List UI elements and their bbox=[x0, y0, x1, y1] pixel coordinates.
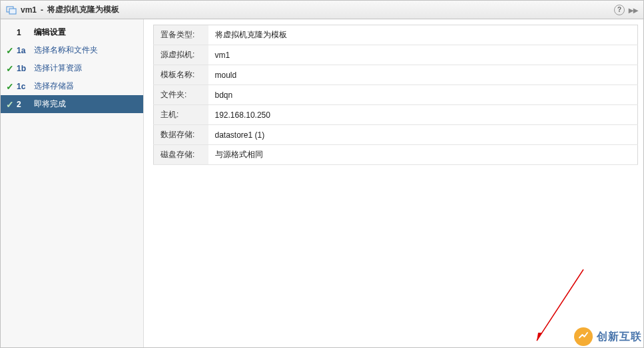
summary-key: 模板名称: bbox=[154, 65, 208, 85]
check-icon: ✓ bbox=[6, 99, 14, 110]
step-number: 1 bbox=[17, 28, 30, 37]
svg-marker-3 bbox=[537, 333, 542, 341]
summary-value: bdqn bbox=[208, 85, 638, 105]
summary-key: 源虚拟机: bbox=[154, 45, 208, 65]
table-row: 置备类型: 将虚拟机克隆为模板 bbox=[154, 25, 638, 45]
step-number: 1b bbox=[17, 64, 30, 73]
svg-rect-1 bbox=[9, 9, 16, 14]
title-action: 将虚拟机克隆为模板 bbox=[47, 4, 119, 15]
step-compute-resource[interactable]: ✓ 1b 选择计算资源 bbox=[1, 59, 143, 77]
table-row: 数据存储: datastore1 (1) bbox=[154, 125, 638, 145]
step-parent-edit-settings[interactable]: 1 编辑设置 bbox=[1, 23, 143, 41]
check-icon: ✓ bbox=[6, 81, 14, 92]
summary-table: 置备类型: 将虚拟机克隆为模板 源虚拟机: vm1 模板名称: mould 文件… bbox=[153, 25, 638, 165]
help-icon[interactable]: ? bbox=[614, 5, 625, 15]
step-number: 1a bbox=[17, 46, 30, 55]
svg-line-2 bbox=[537, 269, 583, 341]
wizard-dialog: vm1 - 将虚拟机克隆为模板 ? ▸▸ 1 编辑设置 ✓ 1a 选择名称和文件… bbox=[0, 0, 644, 348]
summary-key: 主机: bbox=[154, 105, 208, 125]
wizard-content: 置备类型: 将虚拟机克隆为模板 源虚拟机: vm1 模板名称: mould 文件… bbox=[144, 19, 643, 347]
wizard-sidebar: 1 编辑设置 ✓ 1a 选择名称和文件夹 ✓ 1b 选择计算资源 ✓ 1c 选择… bbox=[1, 19, 144, 347]
summary-key: 磁盘存储: bbox=[154, 145, 208, 165]
step-label: 选择名称和文件夹 bbox=[34, 45, 98, 56]
watermark: 创新互联 bbox=[574, 327, 642, 346]
step-number: 2 bbox=[17, 100, 30, 109]
summary-key: 数据存储: bbox=[154, 125, 208, 145]
watermark-text: 创新互联 bbox=[597, 330, 642, 344]
title-vm-name: vm1 bbox=[21, 5, 37, 15]
step-label: 编辑设置 bbox=[34, 27, 66, 38]
summary-value: vm1 bbox=[208, 45, 638, 65]
summary-value: 192.168.10.250 bbox=[208, 105, 638, 125]
table-row: 磁盘存储: 与源格式相同 bbox=[154, 145, 638, 165]
title-separator: - bbox=[41, 5, 43, 15]
step-label: 选择存储器 bbox=[34, 81, 74, 92]
title-bar: vm1 - 将虚拟机克隆为模板 ? ▸▸ bbox=[1, 1, 643, 19]
step-number: 1c bbox=[17, 82, 30, 91]
check-icon: ✓ bbox=[6, 63, 14, 74]
check-icon: ✓ bbox=[6, 45, 14, 56]
watermark-logo-icon bbox=[574, 327, 593, 346]
vm-icon bbox=[6, 5, 17, 15]
step-label: 即将完成 bbox=[34, 98, 66, 110]
summary-value: mould bbox=[208, 65, 638, 85]
expand-icon[interactable]: ▸▸ bbox=[629, 5, 638, 15]
summary-key: 文件夹: bbox=[154, 85, 208, 105]
summary-value: datastore1 (1) bbox=[208, 125, 638, 145]
step-name-folder[interactable]: ✓ 1a 选择名称和文件夹 bbox=[1, 41, 143, 59]
step-label: 选择计算资源 bbox=[34, 63, 82, 74]
annotation-arrow-icon bbox=[523, 266, 590, 346]
step-ready-complete[interactable]: ✓ 2 即将完成 bbox=[1, 95, 143, 113]
table-row: 主机: 192.168.10.250 bbox=[154, 105, 638, 125]
summary-key: 置备类型: bbox=[154, 25, 208, 45]
table-row: 源虚拟机: vm1 bbox=[154, 45, 638, 65]
summary-value: 将虚拟机克隆为模板 bbox=[208, 25, 638, 45]
dialog-body: 1 编辑设置 ✓ 1a 选择名称和文件夹 ✓ 1b 选择计算资源 ✓ 1c 选择… bbox=[1, 19, 643, 347]
step-storage[interactable]: ✓ 1c 选择存储器 bbox=[1, 77, 143, 95]
table-row: 文件夹: bdqn bbox=[154, 85, 638, 105]
summary-value: 与源格式相同 bbox=[208, 145, 638, 165]
table-row: 模板名称: mould bbox=[154, 65, 638, 85]
